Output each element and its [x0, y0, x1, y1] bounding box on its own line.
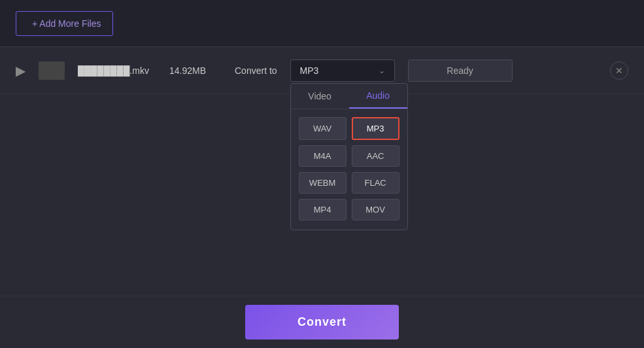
file-size: 14.92MB	[169, 65, 222, 76]
file-row: ▶ ████████.mkv 14.92MB Convert to MP3 ⌄ …	[0, 47, 644, 94]
selected-format-label: MP3	[300, 65, 319, 76]
close-icon: ✕	[615, 65, 623, 76]
format-btn-mp4[interactable]: MP4	[299, 199, 347, 220]
file-thumbnail	[39, 61, 65, 80]
format-dropdown: MP3 ⌄ Video Audio WAV MP3 M4A AAC WEBM F…	[290, 60, 395, 82]
format-btn-webm[interactable]: WEBM	[299, 172, 347, 194]
bottom-bar: Convert	[0, 296, 644, 348]
format-btn-m4a[interactable]: M4A	[299, 145, 347, 167]
format-btn-aac[interactable]: AAC	[352, 145, 399, 167]
toolbar: + Add More Files	[0, 0, 644, 47]
remove-file-button[interactable]: ✕	[610, 61, 628, 80]
format-btn-wav[interactable]: WAV	[299, 117, 347, 140]
format-grid: WAV MP3 M4A AAC WEBM FLAC MP4 MOV	[291, 114, 407, 223]
file-list-area: ▶ ████████.mkv 14.92MB Convert to MP3 ⌄ …	[0, 47, 644, 94]
convert-button[interactable]: Convert	[245, 305, 399, 339]
format-btn-flac[interactable]: FLAC	[352, 172, 399, 194]
add-files-button[interactable]: + Add More Files	[16, 11, 113, 36]
tab-video[interactable]: Video	[291, 84, 349, 109]
chevron-down-icon: ⌄	[379, 66, 385, 75]
format-btn-mp3[interactable]: MP3	[352, 117, 399, 140]
file-name: ████████.mkv	[78, 65, 156, 76]
format-dropdown-panel: Video Audio WAV MP3 M4A AAC WEBM FLAC MP…	[290, 83, 408, 230]
status-badge: Ready	[408, 60, 513, 82]
tab-audio[interactable]: Audio	[349, 84, 407, 109]
format-btn-mov[interactable]: MOV	[352, 199, 399, 220]
format-tabs: Video Audio	[291, 84, 407, 109]
file-type-icon: ▶	[16, 63, 25, 78]
convert-to-label: Convert to	[235, 65, 277, 76]
format-select-button[interactable]: MP3 ⌄	[290, 60, 395, 82]
add-files-label: + Add More Files	[32, 18, 101, 29]
